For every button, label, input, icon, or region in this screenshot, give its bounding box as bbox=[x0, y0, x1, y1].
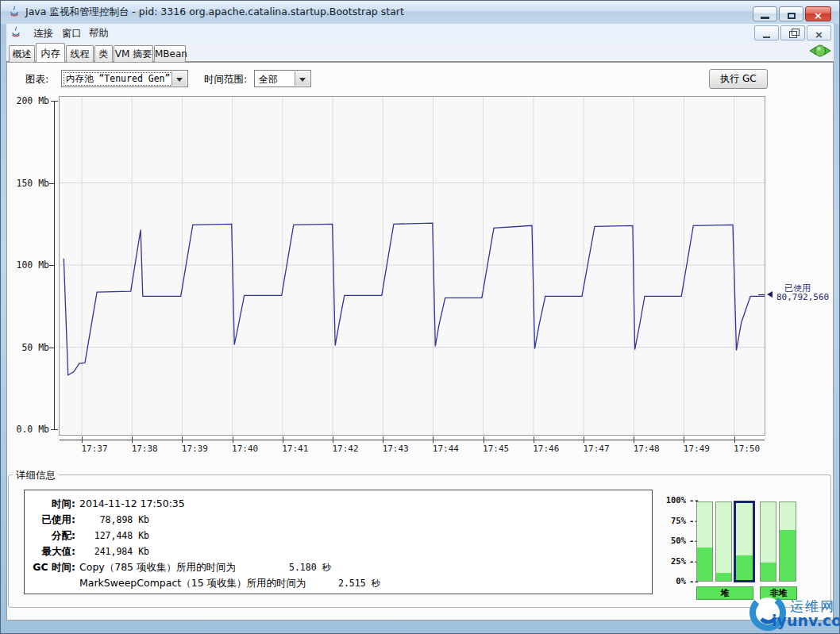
detail-row: GC 时间:Copy（785 项收集）所用的时间为5.180 秒 bbox=[25, 559, 652, 575]
memory-pool-bar[interactable] bbox=[779, 501, 796, 582]
x-axis-tick bbox=[182, 436, 183, 443]
tab-类[interactable]: 类 bbox=[94, 45, 113, 62]
x-axis-tick bbox=[484, 436, 484, 443]
y-axis-tick bbox=[51, 429, 58, 430]
x-axis-tick-label: 17:44 bbox=[428, 444, 463, 454]
tab-内存[interactable]: 内存 bbox=[36, 43, 65, 62]
x-axis-tick-label: 17:42 bbox=[328, 444, 363, 454]
y-axis-tick-label: 0.0 Mb bbox=[5, 424, 49, 435]
memory-pool-bar[interactable] bbox=[760, 501, 776, 582]
inner-window-minimize-button[interactable] bbox=[754, 25, 779, 40]
x-axis-tick bbox=[383, 436, 383, 443]
detail-value: 2014-11-12 17:50:35 bbox=[79, 498, 185, 509]
x-axis-line bbox=[60, 440, 765, 440]
window-minimize-button[interactable] bbox=[753, 6, 777, 21]
x-axis-tick bbox=[333, 436, 333, 443]
detail-label: 分配: bbox=[25, 528, 75, 544]
current-value-number: 80,792,560 bbox=[776, 292, 829, 302]
chevron-down-icon[interactable] bbox=[171, 71, 187, 86]
x-axis-tick-label: 17:39 bbox=[177, 444, 212, 454]
x-axis-tick bbox=[534, 436, 534, 443]
x-axis-tick bbox=[634, 436, 634, 443]
watermark-site-url: iyunv.com bbox=[772, 612, 840, 629]
y-axis-tick bbox=[49, 265, 54, 266]
restore-icon bbox=[789, 31, 797, 38]
minimize-icon bbox=[761, 17, 769, 19]
x-axis-tick bbox=[233, 436, 233, 443]
y-axis-tick-label: 150 Mb bbox=[5, 178, 49, 189]
memory-pool-bar-fill bbox=[780, 530, 796, 581]
detail-value: 241,984 Kb bbox=[79, 544, 149, 559]
x-axis-tick-label: 17:48 bbox=[629, 444, 664, 454]
x-axis-tick-label: 17:45 bbox=[479, 444, 514, 454]
x-axis-tick bbox=[433, 436, 433, 443]
connection-status-icon[interactable] bbox=[808, 44, 832, 58]
inner-window-close-button[interactable] bbox=[807, 25, 831, 40]
menubar: 连接窗口帮助 bbox=[6, 24, 834, 43]
x-axis-tick-label: 17:41 bbox=[278, 444, 313, 454]
detail-label: GC 时间: bbox=[25, 559, 75, 575]
detail-row: 时间:2014-11-12 17:50:35 bbox=[25, 496, 652, 512]
x-axis-tick-label: 17:38 bbox=[127, 444, 162, 454]
tab-VM 摘要[interactable]: VM 摘要 bbox=[114, 45, 153, 62]
y-axis-tick-label: 100 Mb bbox=[5, 259, 49, 271]
detail-label: 已使用: bbox=[25, 512, 75, 528]
memory-pool-bar[interactable] bbox=[696, 501, 713, 582]
monitor-scale-label: 25% bbox=[654, 556, 686, 566]
x-axis-tick bbox=[684, 436, 684, 443]
details-group-title: 详细信息 bbox=[13, 469, 59, 482]
monitor-scale-label: 75% bbox=[654, 516, 686, 525]
x-axis-tick-label: 17:46 bbox=[529, 444, 564, 454]
y-axis-line bbox=[54, 101, 55, 430]
titlebar[interactable]: Java 监视和管理控制台 - pid: 3316 org.apache.cat… bbox=[0, 0, 840, 24]
jconsole-window: { "titlebar": { "title": "Java 监视和管理控制台 … bbox=[0, 0, 840, 634]
detail-row: 最大值:241,984 Kb bbox=[25, 544, 652, 559]
memory-pool-bar-fill bbox=[761, 563, 776, 581]
x-axis-tick bbox=[132, 436, 133, 443]
close-icon bbox=[814, 9, 823, 22]
x-axis-tick bbox=[283, 436, 283, 443]
x-axis-tick-label: 17:47 bbox=[579, 444, 614, 454]
chart-select-dropdown[interactable]: 内存池 “Tenured Gen” bbox=[61, 70, 188, 87]
menu-item[interactable]: 连接 bbox=[30, 26, 56, 41]
tab-strip: 概述内存线程类VM 摘要MBean bbox=[6, 42, 834, 62]
detail-label: 时间: bbox=[25, 496, 75, 512]
memory-pool-bar[interactable] bbox=[734, 501, 755, 582]
detail-gc-seconds: 2.515 秒 bbox=[338, 575, 380, 591]
memory-pool-bar-fill bbox=[716, 573, 731, 581]
window-close-button[interactable] bbox=[805, 6, 831, 21]
detail-value: 78,898 Kb bbox=[79, 512, 149, 528]
monitor-scale-label: 100% bbox=[654, 495, 686, 505]
current-value-tick bbox=[758, 294, 765, 295]
window-maximize-button[interactable] bbox=[779, 6, 803, 21]
memory-pool-bar-fill bbox=[736, 555, 753, 580]
close-icon bbox=[815, 29, 823, 40]
x-axis-tick bbox=[734, 436, 735, 443]
y-axis-tick-label: 200 Mb bbox=[5, 95, 49, 106]
x-axis-tick-label: 17:43 bbox=[378, 444, 413, 454]
tab-线程[interactable]: 线程 bbox=[66, 45, 94, 62]
menu-item[interactable]: 帮助 bbox=[86, 26, 112, 41]
memory-pool-bar[interactable] bbox=[715, 501, 732, 582]
time-range-dropdown[interactable]: 全部 bbox=[254, 70, 311, 87]
current-value-arrow-icon bbox=[767, 291, 773, 298]
tab-概述[interactable]: 概述 bbox=[9, 45, 35, 62]
x-axis-tick bbox=[584, 436, 584, 443]
details-box: 时间:2014-11-12 17:50:35已使用:78,898 Kb分配:12… bbox=[24, 490, 653, 594]
detail-value: MarkSweepCompact（15 项收集）所用的时间为 bbox=[79, 577, 306, 589]
x-axis-tick-label: 17:50 bbox=[730, 444, 765, 454]
monitor-scale-label: 50% bbox=[654, 536, 686, 545]
tab-MBean[interactable]: MBean bbox=[154, 45, 186, 62]
detail-value: Copy（785 项收集）所用的时间为 bbox=[79, 561, 236, 573]
y-axis-tick bbox=[51, 101, 58, 102]
x-axis-tick-label: 17:49 bbox=[679, 444, 714, 454]
inner-window-restore-button[interactable] bbox=[780, 25, 805, 40]
menu-item[interactable]: 窗口 bbox=[59, 26, 85, 41]
used-memory-line bbox=[64, 223, 765, 375]
x-axis-tick-label: 17:40 bbox=[228, 444, 263, 454]
chevron-down-icon[interactable] bbox=[295, 71, 310, 86]
y-axis-tick bbox=[49, 183, 54, 184]
memory-usage-chart bbox=[59, 96, 765, 436]
monitor-group-heap-button[interactable]: 堆 bbox=[696, 586, 753, 600]
perform-gc-button[interactable]: 执行 GC bbox=[709, 69, 768, 89]
